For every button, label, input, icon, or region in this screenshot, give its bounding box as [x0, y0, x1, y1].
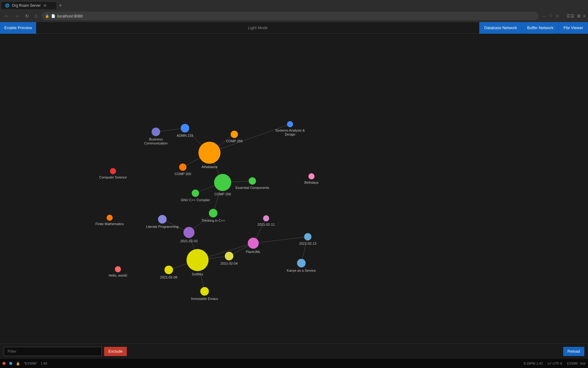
node-circle[interactable] — [183, 227, 194, 238]
encoding-label: LF UTF-8 — [548, 362, 562, 365]
network-svg: BusinessCommunicationADMN 233COMP 268Sys… — [0, 34, 588, 343]
address-bar[interactable] — [57, 14, 535, 18]
graph-node[interactable]: Immutable Emacs — [191, 287, 218, 301]
node-label: 2021-02-03 — [180, 239, 198, 243]
graph-node[interactable]: Finite Mathematics — [96, 215, 124, 226]
network-graph-canvas[interactable]: BusinessCommunicationADMN 233COMP 268Sys… — [0, 34, 588, 343]
node-circle[interactable] — [287, 121, 293, 127]
node-circle[interactable] — [179, 163, 187, 171]
graph-node[interactable]: Thinking in C++ — [201, 209, 225, 222]
node-circle[interactable] — [187, 249, 209, 271]
node-label: ADMN 233 — [177, 134, 193, 137]
node-circle[interactable] — [231, 131, 238, 138]
node-label: COMP 268 — [226, 139, 243, 143]
node-circle[interactable] — [214, 174, 231, 191]
node-circle[interactable] — [209, 209, 217, 217]
graph-node[interactable]: Computer Science — [99, 168, 127, 179]
node-circle[interactable] — [110, 168, 116, 174]
filter-input[interactable] — [4, 347, 102, 356]
graph-node[interactable]: 2021-02-13 — [299, 233, 316, 245]
node-circle[interactable] — [158, 215, 167, 224]
graph-node[interactable]: BusinessCommunication — [144, 128, 168, 145]
graph-node[interactable]: COMP 200 — [175, 163, 191, 176]
security-icon: 🔒 — [45, 14, 49, 18]
node-circle[interactable] — [263, 215, 269, 221]
graph-node[interactable]: Dotfiles — [187, 249, 209, 276]
status-dot-red — [2, 362, 6, 365]
reload-button[interactable]: Reload — [563, 347, 584, 356]
toolbar-left: Enable Preview — [0, 22, 36, 34]
reader-view-icon[interactable]: ☰☰ — [567, 13, 575, 18]
node-label: Immutable Emacs — [191, 297, 218, 301]
menu-dots-icon[interactable]: ··· — [543, 13, 546, 18]
node-circle[interactable] — [308, 173, 315, 179]
node-circle[interactable] — [107, 215, 113, 221]
graph-node[interactable]: Systems Analysis &Design — [275, 121, 305, 136]
page-icon: 📄 — [51, 14, 55, 18]
node-circle[interactable] — [297, 259, 306, 267]
status-bar: 🔒 *EXWM* 1 All 8:18PM 1.42 LF UTF-8 EXWM… — [0, 359, 588, 368]
light-mode-label: Light Mode — [248, 25, 268, 30]
graph-node[interactable]: Kanye as a Service — [287, 259, 316, 272]
node-circle[interactable] — [304, 233, 311, 240]
graph-node[interactable]: COMP 268 — [226, 131, 243, 143]
graph-node[interactable]: PlantUML — [246, 238, 261, 254]
graph-node[interactable]: 2021-02-04 — [221, 252, 238, 265]
graph-node[interactable]: 2021-02-11 — [258, 215, 275, 226]
browser-chrome: 🌐 Org Roam Server ✕ + ← → ↻ ⌂ 🔒 📄 ··· ♡ … — [0, 0, 588, 22]
tab-favicon: 🌐 — [5, 3, 9, 8]
browser-tab[interactable]: 🌐 Org Roam Server ✕ — [1, 2, 56, 9]
exclude-button[interactable]: Exclude — [104, 347, 127, 356]
bookmark-icon[interactable]: ☆ — [555, 13, 559, 18]
node-circle[interactable] — [181, 124, 189, 132]
tab-close-icon[interactable]: ✕ — [43, 3, 47, 8]
graph-node[interactable]: ADMN 233 — [177, 124, 193, 137]
node-circle[interactable] — [115, 266, 121, 272]
graph-edge — [156, 128, 185, 132]
forward-button[interactable]: → — [13, 12, 21, 20]
favorites-icon[interactable]: ♡ — [549, 13, 553, 18]
node-circle[interactable] — [152, 128, 160, 136]
node-circle[interactable] — [248, 238, 259, 249]
graph-node[interactable]: Athabasca — [198, 142, 221, 169]
home-button[interactable]: ⌂ — [33, 12, 40, 20]
node-circle[interactable] — [164, 266, 173, 274]
node-circle[interactable] — [225, 252, 233, 260]
graph-node[interactable]: Essential Components — [236, 177, 270, 190]
node-label: 2021-02-08 — [160, 275, 177, 279]
toolbar-center: Light Mode — [248, 25, 268, 30]
enable-preview-button[interactable]: Enable Preview — [0, 22, 36, 34]
node-circle[interactable] — [249, 177, 256, 185]
node-label: Thinking in C++ — [201, 219, 225, 222]
toolbar-right: Database Network Buffer Network File Vie… — [479, 22, 588, 34]
refresh-button[interactable]: ↻ — [23, 12, 31, 20]
graph-node[interactable]: GNU C++ Compiler — [181, 190, 210, 202]
database-network-tab[interactable]: Database Network — [479, 22, 522, 34]
node-label: Essential Components — [236, 186, 270, 190]
node-label: Design — [285, 132, 295, 136]
graph-node[interactable]: 2021-02-08 — [160, 266, 177, 279]
node-label: COMP 206 — [214, 192, 231, 196]
graph-node[interactable]: COMP 206 — [214, 174, 231, 196]
node-label: Kanye as a Service — [287, 269, 316, 272]
graph-node[interactable]: Hello, world! — [109, 266, 127, 277]
split-view-icon[interactable]: ⊞ — [577, 13, 581, 18]
node-circle[interactable] — [192, 190, 199, 197]
app-toolbar: Enable Preview Light Mode Database Netwo… — [0, 22, 588, 34]
settings-icon[interactable]: ≡ — [583, 13, 586, 18]
graph-node[interactable]: Literate Programming — [146, 215, 179, 228]
node-label: Communication — [144, 141, 168, 145]
graph-node[interactable]: Birthdays — [304, 173, 318, 184]
node-circle[interactable] — [200, 287, 209, 296]
mode-label: EXWM : line — [567, 362, 586, 365]
address-bar-container: 🔒 📄 — [41, 12, 538, 20]
tab-bar: 🌐 Org Roam Server ✕ + — [0, 0, 588, 10]
node-label: Business — [149, 137, 163, 141]
file-viewer-tab[interactable]: File Viewer — [559, 22, 588, 34]
buffer-network-tab[interactable]: Buffer Network — [522, 22, 559, 34]
node-circle[interactable] — [198, 142, 221, 164]
exwm-label: *EXWM* — [24, 362, 37, 365]
node-label: Dotfiles — [192, 272, 203, 276]
back-button[interactable]: ← — [2, 12, 11, 20]
new-tab-button[interactable]: + — [56, 2, 65, 9]
